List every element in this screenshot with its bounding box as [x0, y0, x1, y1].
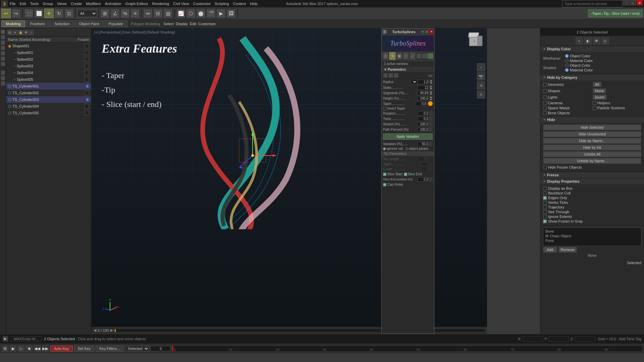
ts-variation-up[interactable]	[429, 141, 433, 144]
tab-object-paint[interactable]: Object Paint	[75, 20, 104, 27]
see-through-chk[interactable]	[543, 210, 547, 214]
nav-cube[interactable]: T	[464, 31, 484, 51]
ts-variation-down[interactable]	[429, 144, 433, 146]
cat-bone-item-2[interactable]: IK Chain Object	[544, 234, 640, 238]
ts-height-up[interactable]: ▲	[429, 96, 433, 98]
ts-extra2[interactable]	[422, 53, 427, 59]
ts-stretch-up[interactable]	[429, 122, 433, 124]
tool-camera[interactable]	[1, 76, 5, 80]
mirror-button[interactable]: ⇔	[143, 9, 153, 18]
tree-item-spline005[interactable]: ╌ Spline005	[6, 76, 91, 83]
hide-cameras-chk[interactable]	[543, 101, 547, 105]
menu-file[interactable]: File	[8, 1, 17, 6]
backface-cull-chk[interactable]	[543, 191, 547, 195]
ts-slice-pos-up[interactable]	[429, 177, 433, 179]
next-key-button[interactable]: ▶▶	[42, 345, 49, 352]
auto-key-button[interactable]: Auto Key	[50, 346, 73, 352]
menu-content[interactable]: Content	[231, 1, 248, 6]
ts-path-percent-input[interactable]	[418, 127, 429, 132]
props-render-icon[interactable]: ◐	[584, 37, 592, 45]
ts-minimize-button[interactable]: ─	[421, 30, 425, 34]
unhide-all-button[interactable]: Unhide All	[543, 151, 641, 157]
tool-bind[interactable]	[1, 40, 5, 45]
menu-civil-view[interactable]: Civil View	[171, 1, 191, 6]
viewport-add-button[interactable]: +	[477, 63, 485, 71]
tab-modeling[interactable]: Modeling	[1, 20, 25, 27]
ts-spinner-val-radio[interactable]: spinner val.	[383, 147, 404, 150]
ts-path-percent-down[interactable]	[429, 129, 433, 132]
ts-twist-input[interactable]	[418, 117, 429, 121]
ts-slice-pos-input[interactable]	[418, 177, 429, 182]
hide-all-button[interactable]: All	[593, 82, 601, 87]
tool-utilities[interactable]	[1, 62, 5, 66]
menu-tools[interactable]: Tools	[29, 1, 41, 6]
menu-rendering[interactable]: Rendering	[151, 1, 171, 6]
scale-button[interactable]: ⊡	[64, 9, 74, 18]
ts-tool4[interactable]: ✕	[403, 52, 409, 60]
tool-motion[interactable]	[1, 51, 5, 56]
ts-radius-type[interactable]: ▾	[411, 79, 418, 84]
scene-view-icon[interactable]: 👁	[23, 30, 28, 35]
ts-radius-up[interactable]: ▲	[429, 79, 433, 82]
ts-restore-button[interactable]: □	[425, 30, 429, 34]
ts-segments-up[interactable]: ▲	[429, 90, 433, 93]
tree-item-spline001[interactable]: ╌ Spline001	[6, 49, 91, 56]
scene-options-icon[interactable]: ≡	[13, 30, 17, 35]
cat-bone-item-1[interactable]: Bone	[544, 229, 640, 234]
ts-slice-start-checkbox[interactable]: ✓ Slice Start	[383, 172, 402, 176]
undo-button[interactable]: ↩	[1, 9, 11, 18]
ts-sides-input[interactable]	[418, 85, 429, 90]
hide-spacewarps-chk[interactable]	[543, 106, 547, 110]
timeline-main-track[interactable]: 0 10 20 30 40 50 60 70 80 90	[172, 346, 643, 352]
ts-segments-input[interactable]	[418, 91, 429, 95]
align-button[interactable]: ⊟	[153, 9, 163, 18]
customize-sub-mode[interactable]: Customize	[198, 22, 216, 26]
hide-particle-chk[interactable]	[593, 106, 596, 110]
ts-stretch-down[interactable]	[429, 124, 433, 126]
menu-modifiers[interactable]: Modifiers	[84, 1, 103, 6]
menu-customize[interactable]: Customize	[192, 1, 212, 6]
menu-scripting[interactable]: Scripting	[213, 1, 231, 6]
render-button[interactable]: ▶	[216, 9, 226, 18]
ts-rotation-up[interactable]	[429, 111, 433, 113]
hide-none-button[interactable]: None	[593, 88, 606, 94]
scene-filter-icon[interactable]: ⊟	[7, 30, 12, 35]
tab-populate[interactable]: Populate	[104, 20, 127, 27]
ts-slice-pos-down[interactable]	[429, 179, 433, 182]
ts-invert-taper-checkbox[interactable]	[383, 107, 386, 110]
prev-key-button[interactable]: ◀◀	[34, 345, 41, 352]
ts-param-icon3[interactable]	[394, 73, 398, 78]
z-input[interactable]	[575, 336, 595, 342]
hide-header[interactable]: ▼ Hide	[540, 117, 644, 123]
ts-tool3[interactable]: ⊞	[396, 52, 402, 60]
ts-segments-down[interactable]: ▼	[429, 93, 433, 95]
hide-bone-chk[interactable]	[543, 111, 547, 115]
material-editor-button[interactable]: ⬤	[196, 9, 206, 18]
ts-sides-down[interactable]: ▼	[429, 87, 433, 90]
ts-radius-input[interactable]	[418, 80, 429, 84]
ts-extra3[interactable]	[428, 53, 433, 59]
tool-light[interactable]	[1, 81, 5, 86]
ts-twist-up[interactable]	[429, 116, 433, 119]
minimize-button[interactable]: ─	[623, 0, 629, 5]
render-frame-button[interactable]: 🖼	[226, 9, 236, 18]
ts-variation-input[interactable]	[418, 142, 429, 146]
ts-tool1[interactable]: ⬡	[383, 52, 389, 60]
reference-coord-dropdown[interactable]: All View World	[77, 10, 97, 17]
tool-snap[interactable]	[1, 70, 5, 75]
cat-bone-item-3[interactable]: Point	[544, 238, 640, 243]
ts-extra1[interactable]	[416, 53, 422, 59]
display-color-header[interactable]: ▼ Display Color	[540, 46, 644, 52]
ts-radius-down[interactable]: ▼	[429, 82, 433, 84]
hide-unselected-button[interactable]: Hide Unselected	[543, 131, 641, 137]
ts-twist-down[interactable]	[429, 119, 433, 121]
menu-animation[interactable]: Animation	[103, 1, 123, 6]
tree-item-ts-cylinder001[interactable]: ⬡ TS_Cylinder001 ❄	[6, 83, 91, 89]
spinner-snap-button[interactable]: ≡	[130, 9, 140, 18]
tool-select[interactable]: ⬚	[1, 29, 5, 34]
hide-selected-button[interactable]: Hide Selected	[543, 124, 641, 130]
display-sub-mode[interactable]: Display	[176, 22, 188, 26]
wireframe-material-color-radio[interactable]: Material Color	[565, 59, 593, 63]
schematic-view-button[interactable]: ⬡	[186, 9, 196, 18]
ts-tool2[interactable]: ✎	[389, 52, 395, 60]
